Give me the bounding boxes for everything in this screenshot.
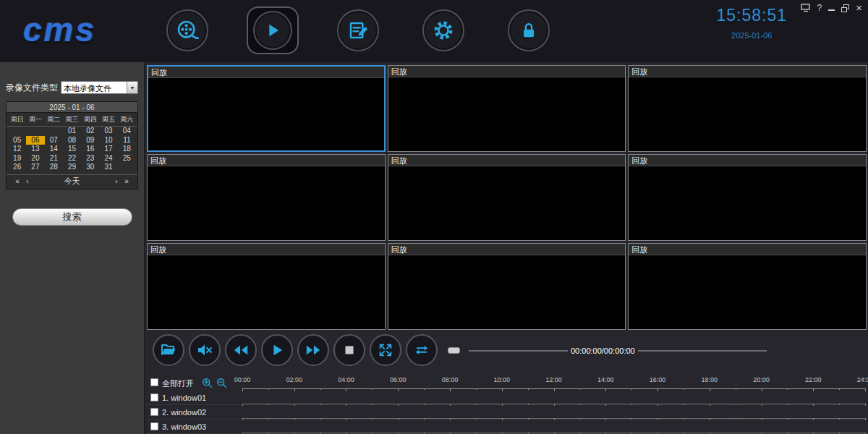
search-button[interactable]: 搜索: [12, 208, 132, 226]
fast-forward-button[interactable]: [297, 334, 329, 366]
prev-month-button[interactable]: ‹: [22, 177, 33, 185]
calendar-day[interactable]: 14: [45, 145, 63, 154]
calendar-day[interactable]: 24: [99, 154, 117, 163]
calendar-day[interactable]: 07: [45, 136, 63, 145]
calendar-day[interactable]: 09: [81, 136, 99, 145]
file-type-row: 录像文件类型 本地录像文件 ▼: [6, 81, 138, 94]
playback-files-button[interactable]: [166, 9, 208, 51]
hour-label: 06:00: [390, 376, 407, 383]
video-panel[interactable]: 回放: [147, 243, 386, 330]
calendar-day[interactable]: 22: [63, 154, 81, 163]
track-checkbox[interactable]: [150, 408, 158, 416]
calendar-day[interactable]: 28: [45, 163, 63, 172]
track-checkbox[interactable]: [150, 393, 158, 401]
hour-label: 10:00: [493, 376, 510, 383]
cms-app: cms: [0, 0, 868, 434]
loop-button[interactable]: [406, 334, 438, 366]
timeline-track-row: 1. window01: [145, 391, 868, 405]
track-checkbox[interactable]: [150, 422, 158, 430]
calendar-day[interactable]: 10: [99, 136, 117, 145]
minimize-button[interactable]: [828, 5, 835, 11]
calendar-day[interactable]: 06: [26, 136, 44, 145]
help-button[interactable]: ?: [817, 4, 822, 12]
calendar-day[interactable]: 11: [118, 136, 136, 145]
hour-label: 22:00: [805, 376, 822, 383]
calendar-day[interactable]: 08: [63, 136, 81, 145]
calendar-title: 2025 - 01 - 06: [7, 102, 137, 113]
calendar-day[interactable]: 26: [8, 163, 26, 172]
calendar-day[interactable]: 16: [81, 145, 99, 154]
fullscreen-button[interactable]: [370, 334, 401, 366]
playback-buttons: [153, 334, 438, 366]
calendar-day[interactable]: 02: [81, 127, 99, 136]
mute-button[interactable]: [189, 334, 221, 366]
calendar-day[interactable]: 29: [63, 163, 81, 172]
calendar-day[interactable]: 04: [118, 127, 136, 136]
video-panel[interactable]: 回放: [147, 65, 386, 152]
calendar-day[interactable]: 01: [63, 127, 81, 136]
rewind-button[interactable]: [225, 334, 257, 366]
lock-button[interactable]: [508, 9, 550, 51]
live-play-button[interactable]: [253, 11, 292, 50]
zoom-in-icon[interactable]: [202, 378, 213, 388]
prev-year-button[interactable]: «: [12, 177, 22, 185]
restore-button[interactable]: [841, 4, 849, 12]
calendar-day[interactable]: 03: [99, 127, 117, 136]
video-panel[interactable]: 回放: [628, 243, 867, 330]
tick-mark: [424, 388, 425, 390]
calendar-day[interactable]: 20: [26, 154, 44, 163]
log-button[interactable]: [337, 9, 379, 51]
panel-title-label: 回放: [631, 156, 647, 165]
timeline-header: 全部打开 00:0002:0004:0006:0008:0010:0012:00…: [145, 375, 868, 391]
track-timeline[interactable]: [242, 433, 865, 433]
today-button[interactable]: 今天: [33, 176, 111, 187]
video-panel[interactable]: 回放: [147, 154, 386, 241]
track-timeline[interactable]: [242, 404, 865, 404]
file-type-value: 本地录像文件: [61, 82, 127, 93]
calendar-day[interactable]: 19: [8, 154, 26, 163]
video-panel[interactable]: 回放: [388, 243, 626, 330]
video-panel[interactable]: 回放: [388, 65, 626, 152]
next-month-button[interactable]: ›: [111, 177, 122, 185]
calendar-day[interactable]: 12: [8, 145, 26, 154]
open-folder-button[interactable]: [153, 334, 184, 366]
calendar-day[interactable]: 15: [63, 145, 81, 154]
video-panel[interactable]: 回放: [628, 154, 867, 241]
calendar-day[interactable]: 30: [81, 163, 99, 172]
open-all-checkbox[interactable]: [150, 378, 158, 386]
settings-button[interactable]: [422, 9, 464, 51]
hour-label: 00:00: [234, 376, 251, 383]
calendar-weekday: 周日: [8, 115, 26, 124]
video-panel-body: [388, 77, 626, 151]
zoom-out-icon[interactable]: [216, 378, 227, 388]
track-timeline[interactable]: [242, 418, 865, 419]
video-panel[interactable]: 回放: [388, 154, 626, 241]
calendar-day[interactable]: 27: [26, 163, 44, 172]
play-icon: [263, 20, 283, 41]
next-year-button[interactable]: »: [122, 177, 132, 185]
tray-monitor-icon[interactable]: [801, 4, 811, 12]
calendar-day[interactable]: 17: [99, 145, 117, 154]
calendar-weekday: 周一: [26, 115, 44, 124]
lock-icon: [519, 20, 539, 41]
rewind-icon: [233, 342, 249, 358]
calendar-day[interactable]: 23: [81, 154, 99, 163]
gear-icon: [433, 20, 454, 41]
progress-handle[interactable]: [448, 347, 460, 354]
close-button[interactable]: ×: [856, 4, 862, 12]
stop-button[interactable]: [333, 334, 365, 366]
play-button[interactable]: [261, 334, 293, 366]
video-panel[interactable]: 回放: [628, 65, 867, 152]
chevron-down-icon[interactable]: ▼: [127, 82, 137, 93]
video-panel-body: [629, 255, 866, 329]
track-label: 3. window03: [162, 422, 206, 431]
calendar-day[interactable]: 05: [8, 136, 26, 145]
hour-label: 20:00: [753, 376, 770, 383]
calendar-day[interactable]: 31: [99, 163, 117, 172]
calendar-day[interactable]: 25: [118, 154, 136, 163]
file-type-select[interactable]: 本地录像文件 ▼: [61, 81, 138, 94]
calendar-day[interactable]: 18: [118, 145, 136, 154]
calendar-day[interactable]: 21: [45, 154, 63, 163]
hour-label: 16:00: [650, 376, 666, 383]
calendar-day[interactable]: 13: [26, 145, 44, 154]
